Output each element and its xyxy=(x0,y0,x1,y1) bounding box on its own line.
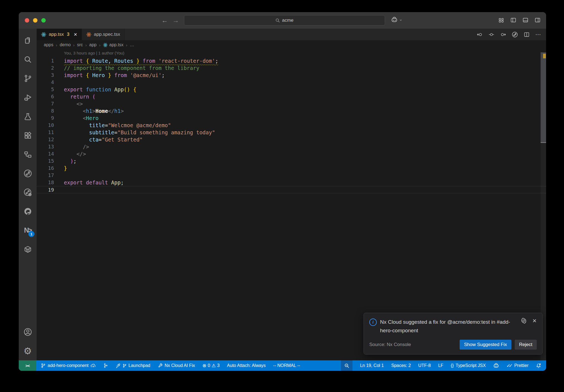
history-back-button[interactable]: ← xyxy=(161,16,168,25)
code-line[interactable]: 2// importing the component from the lib… xyxy=(37,64,546,72)
nx-cloud-fix-item[interactable]: Nx Cloud AI Fix xyxy=(158,363,195,368)
scrollbar-edge xyxy=(541,142,546,143)
status-bar: >< add-hero-component xyxy=(19,360,546,371)
notifications-bell-item[interactable] xyxy=(536,363,541,368)
code-line[interactable]: 10 title="Welcmoe @acme/demo" xyxy=(37,122,546,129)
activity-bar: N> 1 ⚙ xyxy=(19,29,37,360)
eol-item[interactable]: LF xyxy=(438,363,443,368)
code-line[interactable]: 14 </> xyxy=(37,150,546,157)
history-forward-button[interactable]: → xyxy=(172,16,179,25)
customize-layout-icon[interactable] xyxy=(498,17,504,23)
close-tab-icon[interactable]: ✕ xyxy=(74,32,77,37)
show-suggested-fix-button[interactable]: Show Suggested Fix xyxy=(460,340,511,350)
editor[interactable]: apps › demo › src › app › xyxy=(37,40,546,360)
tab-problems-badge: 3 xyxy=(67,32,69,37)
reject-button[interactable]: Reject xyxy=(515,340,537,350)
copilot-status-item[interactable] xyxy=(493,363,499,369)
current-position-icon[interactable] xyxy=(489,32,494,37)
source-control-icon[interactable] xyxy=(19,69,37,88)
code-line[interactable]: 6 return ( xyxy=(37,93,546,100)
line-number: 19 xyxy=(37,186,54,193)
toggle-secondary-sidebar-icon[interactable] xyxy=(535,17,541,23)
navigate-forward-icon[interactable] xyxy=(500,32,506,37)
commit-graph-icon[interactable] xyxy=(19,164,37,183)
tab-app-spec-tsx[interactable]: app.spec.tsx xyxy=(82,29,125,40)
git-branch-item[interactable]: add-hero-component xyxy=(41,363,96,368)
run-graph-icon[interactable] xyxy=(512,31,518,38)
zoom-window-button[interactable] xyxy=(41,18,46,23)
react-file-icon xyxy=(41,32,46,37)
code-line[interactable]: 17 xyxy=(37,172,546,179)
formatter-item[interactable]: ✓✓ Prettier xyxy=(506,363,528,369)
project-flow-icon[interactable] xyxy=(19,145,37,164)
problems-item[interactable]: ⊗ 0 ⚠ 3 xyxy=(202,363,219,369)
language-mode-item[interactable]: {} TypeScript JSX xyxy=(451,363,486,368)
settings-gear-icon[interactable]: ⚙ xyxy=(19,341,37,360)
breadcrumb-item[interactable]: app xyxy=(89,42,97,47)
close-window-button[interactable] xyxy=(25,18,29,23)
search-icon xyxy=(275,18,280,23)
branch-small-icon xyxy=(123,364,127,368)
line-number: 17 xyxy=(37,172,54,179)
line-number: 2 xyxy=(37,64,54,72)
breadcrumb-file[interactable]: app.tsx xyxy=(103,42,124,47)
zoom-out-item[interactable] xyxy=(341,360,352,371)
account-icon[interactable] xyxy=(19,322,37,341)
line-number: 11 xyxy=(37,129,54,136)
code-line[interactable]: 4 xyxy=(37,79,546,86)
search-icon[interactable] xyxy=(19,50,37,69)
command-center-search[interactable]: acme xyxy=(184,15,385,26)
cursor-position-item[interactable]: Ln 19, Col 1 xyxy=(360,363,384,368)
code-line[interactable]: 19 xyxy=(37,186,546,193)
testing-icon[interactable] xyxy=(19,107,37,126)
warning-marker xyxy=(543,54,546,58)
nx-console-icon[interactable]: N> 1 xyxy=(19,221,37,240)
launchpad-item[interactable]: Launchpad xyxy=(116,363,150,368)
breadcrumb-item[interactable]: src xyxy=(77,42,83,47)
code-line[interactable]: 13 /> xyxy=(37,143,546,150)
code-area: 1import { Route, Routes } from 'react-ro… xyxy=(37,56,546,193)
code-line[interactable]: 18export default App; xyxy=(37,179,546,186)
code-line[interactable]: 12 cta="Get Started" xyxy=(37,136,546,143)
graph-icon xyxy=(103,363,108,368)
code-line[interactable]: 16} xyxy=(37,165,546,172)
auto-attach-item[interactable]: Auto Attach: Always xyxy=(227,363,266,368)
toggle-panel-icon[interactable] xyxy=(522,17,528,23)
split-editor-icon[interactable] xyxy=(524,32,530,37)
navigate-back-icon[interactable] xyxy=(477,32,483,37)
code-line[interactable]: 7 <> xyxy=(37,100,546,107)
code-line[interactable]: 1import { Route, Routes } from 'react-ro… xyxy=(37,57,546,64)
edge-tools-icon[interactable] xyxy=(19,202,37,221)
encoding-item[interactable]: UTF-8 xyxy=(418,363,431,368)
copilot-icon xyxy=(391,17,398,23)
code-line[interactable]: 9 <Hero xyxy=(37,115,546,122)
source-control-graph-item[interactable] xyxy=(103,363,108,368)
toggle-primary-sidebar-icon[interactable] xyxy=(510,17,516,23)
code-line[interactable]: 11 subtitle="Build something amazing tod… xyxy=(37,129,546,136)
react-file-icon xyxy=(103,43,108,47)
commit-graph-inspect-icon[interactable] xyxy=(19,183,37,202)
breadcrumb-item[interactable]: demo xyxy=(60,42,71,47)
breadcrumb-symbol[interactable]: … xyxy=(130,42,134,47)
more-actions-icon[interactable]: ⋯ xyxy=(535,31,541,38)
rocket-icon xyxy=(116,363,121,368)
remote-indicator[interactable]: >< xyxy=(19,360,36,371)
code-line[interactable]: 5export function App() { xyxy=(37,86,546,93)
copilot-menu[interactable]: ⌄ xyxy=(391,17,403,23)
code-line[interactable]: 15 ); xyxy=(37,157,546,165)
code-line[interactable]: 8 <h1>Home</h1> xyxy=(37,107,546,115)
indentation-item[interactable]: Spaces: 2 xyxy=(391,363,411,368)
code-line[interactable]: 3import { Hero } from '@acme/ui'; xyxy=(37,72,546,79)
containers-icon[interactable] xyxy=(19,240,37,259)
notification-close-icon[interactable]: ✕ xyxy=(532,318,537,324)
tab-app-tsx[interactable]: app.tsx 3 ✕ xyxy=(37,29,82,40)
run-debug-icon[interactable] xyxy=(19,88,37,107)
notification-settings-gear-icon[interactable] xyxy=(521,318,527,324)
vim-mode-item[interactable]: -- NORMAL -- xyxy=(273,363,300,368)
minimize-window-button[interactable] xyxy=(33,18,37,23)
extensions-icon[interactable] xyxy=(19,126,37,145)
explorer-icon[interactable] xyxy=(19,31,37,50)
scrollbar-thumb[interactable] xyxy=(541,52,546,142)
breadcrumb-item[interactable]: apps xyxy=(44,42,53,47)
line-number: 18 xyxy=(37,179,54,186)
